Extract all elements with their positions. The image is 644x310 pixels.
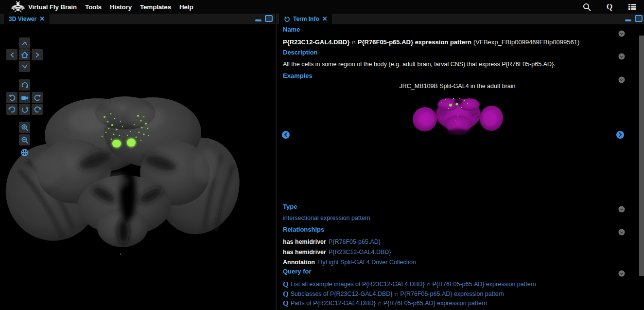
- examples-heading: Examples: [283, 72, 634, 79]
- viewer-canvas[interactable]: [0, 24, 275, 310]
- collapse-query-for-icon[interactable]: [618, 270, 625, 277]
- query-row[interactable]: QParts of P{R23C12-GAL4.DBD} ∩ P{R76F05-…: [283, 298, 634, 308]
- query-link[interactable]: Parts of P{R23C12-GAL4.DBD} ∩ P{R76F05-p…: [291, 300, 487, 307]
- term-info-tab-label: Term Info: [293, 16, 319, 22]
- rotate-cw-button[interactable]: [32, 92, 43, 103]
- collapse-examples-icon[interactable]: [618, 76, 625, 83]
- relationship-row: has hemidriverP{R23C12-GAL4.DBD}: [283, 247, 634, 257]
- carousel-next-icon[interactable]: [616, 131, 624, 139]
- query-q-icon: Q: [283, 299, 289, 307]
- viewer-minimize-button[interactable]: [255, 19, 261, 21]
- relationship-label: Annotation: [283, 259, 315, 266]
- camera-button[interactable]: [19, 92, 30, 103]
- term-info-tabbar: Term Info ✕: [277, 14, 644, 25]
- rotate-ccw-button[interactable]: [6, 92, 17, 103]
- viewer-maximize-button[interactable]: [265, 15, 273, 22]
- pan-left-button[interactable]: [6, 49, 17, 60]
- query-q-icon: Q: [283, 290, 289, 298]
- collapse-type-icon[interactable]: [618, 206, 625, 213]
- relationships-heading: Relationships: [283, 226, 634, 233]
- adult-brain-3d-mesh[interactable]: [0, 24, 275, 310]
- relationship-row: has hemidriverP{R76F05-p65.AD}: [283, 237, 634, 247]
- pan-down-button[interactable]: [19, 61, 30, 72]
- roll-ccw-button[interactable]: [6, 104, 17, 115]
- history-icon[interactable]: [284, 16, 290, 22]
- collapse-description-icon[interactable]: [618, 53, 625, 60]
- home-view-button[interactable]: [19, 49, 30, 60]
- viewer-tab-close-icon[interactable]: ✕: [39, 16, 45, 22]
- query-row[interactable]: QSubclasses of P{R23C12-GAL4.DBD} ∩ P{R7…: [283, 289, 634, 299]
- relationships-list: has hemidriverP{R76F05-p65.AD} has hemid…: [283, 237, 634, 267]
- menu-item-help[interactable]: Help: [179, 3, 193, 11]
- type-heading: Type: [283, 203, 634, 210]
- query-link[interactable]: Subclasses of P{R23C12-GAL4.DBD} ∩ P{R76…: [291, 291, 504, 297]
- term-name: P{R23C12-GAL4.DBD} ∩ P{R76F05-p65.AD} ex…: [283, 37, 634, 46]
- term-info-content: Name P{R23C12-GAL4.DBD} ∩ P{R76F05-p65.A…: [277, 24, 644, 310]
- query-for-heading: Query for: [283, 268, 634, 275]
- relationship-label: has hemidriver: [283, 249, 326, 255]
- menu-item-templates[interactable]: Templates: [140, 3, 171, 11]
- tab-3d-viewer[interactable]: 3D Viewer ✕: [4, 14, 50, 24]
- term-info-minimize-button[interactable]: [625, 19, 631, 21]
- viewer-tabbar: 3D Viewer ✕: [0, 14, 275, 25]
- name-heading: Name: [283, 26, 634, 33]
- globe-button[interactable]: [19, 147, 30, 158]
- pan-right-button[interactable]: [32, 49, 43, 60]
- relationship-link[interactable]: P{R23C12-GAL4.DBD}: [329, 249, 391, 255]
- query-row[interactable]: QList all example images of P{R23C12-GAL…: [283, 279, 634, 289]
- description-text: All the cells in some region of the body…: [283, 61, 634, 68]
- main-menu: Virtual Fly Brain Tools History Template…: [28, 3, 193, 11]
- menu-item-history[interactable]: History: [110, 3, 132, 11]
- query-q-icon: Q: [283, 280, 289, 288]
- term-name-id: (VFBexp_FBtp0099469FBtp0099561): [473, 38, 579, 46]
- tab-term-info[interactable]: Term Info ✕: [279, 14, 333, 24]
- search-icon[interactable]: [582, 2, 592, 12]
- term-info-maximize-button[interactable]: [635, 15, 643, 22]
- relationship-link[interactable]: FlyLight Split-GAL4 Driver Collection: [317, 259, 416, 266]
- carousel-prev-icon[interactable]: [282, 131, 290, 139]
- example-image-adult-brain[interactable]: [412, 94, 504, 135]
- type-link[interactable]: intersectional expression pattern: [283, 215, 634, 221]
- menu-bar: Virtual Fly Brain Tools History Template…: [0, 0, 644, 14]
- relationship-row: AnnotationFlyLight Split-GAL4 Driver Col…: [283, 257, 634, 267]
- example-caption: JRC_MB109B Split-GAL4 in the adult brain: [277, 83, 638, 90]
- zoom-out-button[interactable]: [19, 134, 30, 146]
- query-list: QList all example images of P{R23C12-GAL…: [283, 279, 634, 308]
- relationship-link[interactable]: P{R76F05-p65.AD}: [329, 238, 381, 245]
- results-list-icon[interactable]: [627, 2, 637, 12]
- query-link[interactable]: List all example images of P{R23C12-GAL4…: [291, 281, 536, 288]
- menu-item-virtual-fly-brain[interactable]: Virtual Fly Brain: [28, 3, 77, 11]
- collapse-name-icon[interactable]: [618, 30, 625, 37]
- roll-cw-button[interactable]: [32, 104, 43, 115]
- term-name-bold: P{R23C12-GAL4.DBD} ∩ P{R76F05-p65.AD} ex…: [283, 38, 471, 46]
- menu-item-tools[interactable]: Tools: [85, 3, 102, 11]
- viewer-panel: 3D Viewer ✕: [0, 14, 275, 310]
- term-info-scrollbar[interactable]: [639, 36, 644, 276]
- term-info-tab-close-icon[interactable]: ✕: [322, 16, 328, 22]
- rotate-pitch-up-button[interactable]: [19, 79, 30, 91]
- relationship-label: has hemidriver: [283, 238, 326, 245]
- pan-up-button[interactable]: [19, 37, 30, 49]
- description-heading: Description: [283, 49, 634, 56]
- vfb-fly-logo-icon[interactable]: [10, 0, 26, 13]
- rotate-pitch-down-button[interactable]: [19, 104, 30, 115]
- query-icon[interactable]: Q: [605, 2, 614, 12]
- viewer-tab-label: 3D Viewer: [9, 16, 36, 22]
- collapse-relationships-icon[interactable]: [618, 229, 625, 236]
- zoom-in-button[interactable]: [19, 122, 30, 133]
- term-info-panel: Term Info ✕ Name P{R23C12-GAL4.DBD} ∩ P{…: [276, 14, 644, 310]
